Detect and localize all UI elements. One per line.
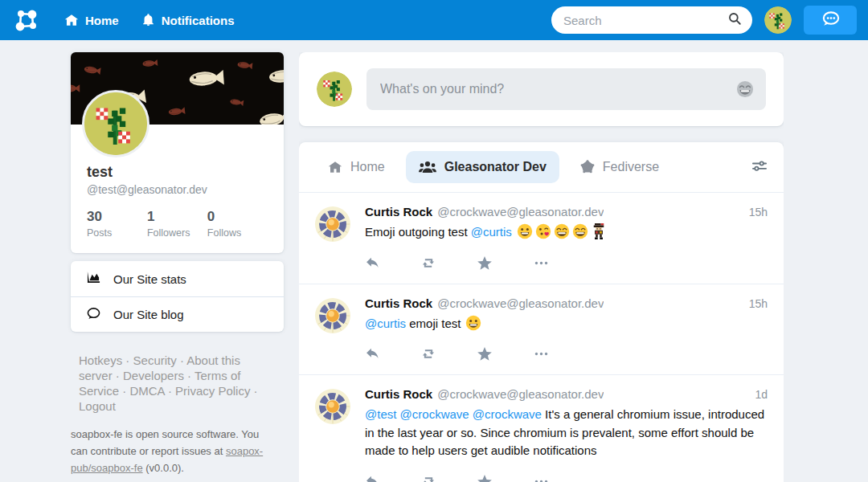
navbar-right [551,6,858,35]
timeline-tabbar: HomeGleasonator DevFediverse [299,142,784,192]
footer-link-developers[interactable]: Developers [123,369,184,382]
post-handle[interactable]: @crockwave@gleasonator.dev [437,205,604,219]
post-timestamp[interactable]: 15h [741,297,768,310]
ellipsis-icon[interactable] [533,255,550,271]
menu-item-label: Our Site stats [113,272,186,286]
profile-card: test @test@gleasonator.dev 30 Posts 1 Fo… [71,52,284,253]
tab-label: Home [350,160,385,174]
nav-notifications[interactable]: Notifications [141,13,235,27]
tab-fediverse[interactable]: Fediverse [567,151,672,183]
reply-icon[interactable] [365,474,380,482]
footer-link-logout[interactable]: Logout [79,399,116,413]
tab-home[interactable]: Home [315,151,398,183]
gray-smiley-icon[interactable] [736,80,754,98]
home-icon [328,160,342,174]
site-menu-card: Our Site stats Our Site blog [71,261,284,332]
post-handle[interactable]: @crockwave@gleasonator.dev [437,387,604,401]
profile-display-name[interactable]: test [87,164,268,181]
post[interactable]: Curtis Rock@crockwave@gleasonator.dev1d@… [299,375,784,482]
post-timestamp[interactable]: 1d [747,388,768,401]
star-icon[interactable] [477,255,493,271]
search-icon[interactable] [727,11,742,29]
compose-input[interactable] [379,81,736,97]
post-timestamp[interactable]: 15h [741,206,768,219]
reply-icon[interactable] [365,255,380,271]
navbar-user-avatar[interactable] [764,6,792,34]
grinning-face-emoji [515,225,534,239]
post-author[interactable]: Curtis Rock [365,296,432,310]
post-author[interactable]: Curtis Rock [365,205,432,219]
footer-link-privacy-policy[interactable]: Privacy Policy [175,384,250,398]
about-software-text: soapbox-fe is open source software. You … [71,427,272,476]
top-navbar: Home Notifications [0,0,868,40]
profile-avatar[interactable] [82,90,149,157]
tab-gleasonator-dev[interactable]: Gleasonator Dev [406,151,559,183]
post-action-bar [365,474,768,482]
footer-link-security[interactable]: Security [133,353,177,367]
post-author[interactable]: Curtis Rock [365,387,432,401]
menu-item-label: Our Site blog [113,308,184,321]
nav-home-label: Home [85,14,119,27]
stat-posts[interactable]: 30 Posts [87,209,147,239]
repost-icon[interactable] [420,474,436,482]
beaming-face-emoji [552,225,571,239]
grinning-face-emoji [465,317,483,330]
timeline-column: HomeGleasonator DevFediverse Curtis Rock… [299,52,784,482]
left-sidebar: test @test@gleasonator.dev 30 Posts 1 Fo… [71,52,284,477]
post[interactable]: Curtis Rock@crockwave@gleasonator.dev15h… [299,284,784,375]
ellipsis-icon[interactable] [533,474,550,482]
fish-swirl-avatar[interactable] [315,206,350,242]
post-content: Emoji outgoing test @curtis [365,223,768,242]
footer-link-dmca[interactable]: DMCA [129,384,164,398]
mention-link[interactable]: @crockwave [400,407,469,421]
fediverse-icon [580,160,595,174]
profile-stats: 30 Posts 1 Followers 0 Follows [71,196,284,253]
people-icon [419,160,436,174]
compose-field[interactable] [366,68,766,110]
beaming-face-emoji [571,225,589,239]
speech-bubble-icon [86,307,101,323]
home-icon [64,13,79,27]
nav-home[interactable]: Home [64,13,119,27]
custom-pixel-character-emoji [589,225,608,239]
post-content: @curtis emoji test [365,315,768,333]
chat-bubble-icon [820,10,841,31]
sidebar-footer-links: Hotkeys · Security · About this server ·… [71,353,264,414]
menu-item-site-stats[interactable]: Our Site stats [71,261,284,296]
tab-label: Fediverse [603,160,659,174]
bell-icon [141,13,155,27]
chat-button[interactable] [804,6,857,35]
nav-notifications-label: Notifications [162,14,235,27]
repost-icon[interactable] [420,346,436,362]
fish-swirl-avatar[interactable] [315,389,350,424]
post[interactable]: Curtis Rock@crockwave@gleasonator.dev15h… [299,193,784,284]
repost-icon[interactable] [420,255,436,271]
star-icon[interactable] [477,474,493,482]
search-box[interactable] [551,6,752,34]
mention-link[interactable]: @crockwave [473,407,542,421]
mention-link[interactable]: @test [365,407,396,421]
menu-item-site-blog[interactable]: Our Site blog [71,296,284,332]
mention-link[interactable]: @curtis [365,317,406,330]
search-input[interactable] [562,13,727,28]
footer-link-hotkeys[interactable]: Hotkeys [79,353,122,367]
ellipsis-icon[interactable] [533,346,550,362]
post-action-bar [365,255,768,271]
stat-follows[interactable]: 0 Follows [207,209,268,239]
gleasonator-logo-icon[interactable] [11,5,42,35]
sliders-icon[interactable] [751,160,768,174]
post-action-bar [365,346,768,362]
posts-list: Curtis Rock@crockwave@gleasonator.dev15h… [299,193,784,482]
bar-chart-icon [86,271,101,287]
fish-swirl-avatar[interactable] [315,298,350,333]
reply-icon[interactable] [365,346,380,362]
face-blowing-kiss-emoji [534,225,552,239]
post-handle[interactable]: @crockwave@gleasonator.dev [437,296,604,310]
compose-user-avatar[interactable] [317,71,352,107]
mention-link[interactable]: @curtis [471,225,512,239]
compose-card [299,52,784,126]
profile-handle: @test@gleasonator.dev [87,183,268,196]
stat-followers[interactable]: 1 Followers [147,209,207,239]
timeline-card: HomeGleasonator DevFediverse Curtis Rock… [299,142,784,482]
star-icon[interactable] [477,346,493,362]
